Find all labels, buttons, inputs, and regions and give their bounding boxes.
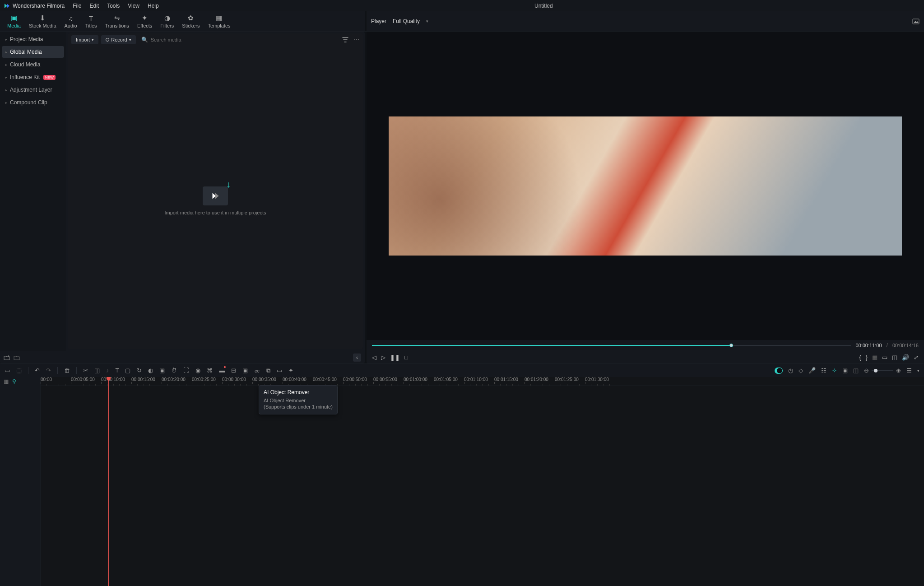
sidebar-item-influence-kit[interactable]: ▸Influence KitNEW — [2, 71, 64, 83]
mic-tool-icon[interactable]: 🎤 — [808, 367, 816, 374]
tab-effects[interactable]: ✦ Effects — [137, 14, 152, 28]
mark-in-button[interactable]: { — [859, 354, 861, 361]
zoom-control[interactable]: ⊖ ⊕ — [864, 367, 901, 374]
copy-tool-icon[interactable]: ⧉ — [266, 367, 270, 374]
preview-scrubber[interactable]: 00:00:11:00 / 00:00:14:16 — [367, 340, 924, 351]
timeline[interactable]: ▥ ⚲ 00:0000:00:05:0000:00:10:0000:00:15:… — [0, 377, 924, 586]
ai-toggle[interactable] — [775, 367, 783, 374]
search-input[interactable] — [151, 37, 334, 42]
link-toggle-icon[interactable]: ⚲ — [12, 378, 16, 385]
media-panel: ▸Project Media ▸Global Media ▸Cloud Medi… — [0, 32, 365, 363]
aspect-tool-icon[interactable]: ▢ — [125, 367, 130, 374]
fullscreen-button[interactable]: ⤢ — [914, 354, 919, 361]
new-folder-button[interactable] — [4, 355, 10, 360]
group-tool-icon[interactable]: ▣ — [242, 367, 248, 374]
keyframe-tool-icon[interactable]: ◫ — [853, 367, 859, 374]
import-button[interactable]: Import ▾ — [71, 35, 98, 44]
collapse-sidebar-button[interactable]: ‹ — [353, 353, 361, 362]
rotate-tool-icon[interactable]: ↻ — [137, 367, 142, 374]
eye-tool-icon[interactable]: ◉ — [195, 367, 200, 374]
pause-button[interactable]: ❚❚ — [390, 354, 400, 361]
delete-button[interactable]: 🗑 — [64, 367, 70, 374]
marker-tool-icon[interactable]: ◇ — [799, 367, 803, 374]
play-button[interactable]: ▷ — [381, 354, 385, 361]
select-tool-icon[interactable]: ▭ — [5, 367, 10, 374]
ruler-tick: 00:00:45:00 — [313, 377, 337, 382]
grid-button[interactable]: ▦ — [872, 354, 878, 361]
volume-icon[interactable]: 🔊 — [902, 354, 909, 361]
zoom-in-icon[interactable]: ⊕ — [896, 367, 901, 374]
redo-button[interactable]: ↷ — [46, 367, 51, 374]
menu-edit[interactable]: Edit — [90, 3, 99, 9]
tab-transitions[interactable]: ⇋ Transitions — [105, 14, 129, 28]
expand-tool-icon[interactable]: ⛶ — [183, 367, 189, 374]
chevron-down-icon: ▾ — [92, 37, 94, 42]
ai-object-remover-button[interactable]: ✦ — [288, 367, 293, 374]
zoom-out-icon[interactable]: ⊖ — [864, 367, 869, 374]
ai-effect-icon[interactable]: ✧ — [832, 367, 837, 374]
folder-button[interactable] — [14, 355, 20, 360]
view-mode-icon[interactable]: ☰ — [906, 367, 912, 374]
sidebar-item-adjustment-layer[interactable]: ▸Adjustment Layer — [2, 84, 64, 96]
music-tool-icon[interactable]: ♪ — [106, 367, 109, 374]
more-options-button[interactable]: ⋯ — [354, 37, 359, 43]
prev-frame-button[interactable]: ◁ — [372, 354, 376, 361]
tab-filters[interactable]: ◑ Filters — [160, 14, 174, 28]
render-tool-icon[interactable]: ▬ — [219, 367, 225, 374]
tab-titles[interactable]: T Titles — [85, 14, 97, 28]
menu-tools[interactable]: Tools — [107, 3, 120, 9]
undo-button[interactable]: ↶ — [35, 367, 40, 374]
tab-templates[interactable]: ▦ Templates — [208, 14, 230, 28]
tab-stock-media[interactable]: ⬇ Stock Media — [29, 14, 56, 28]
zoom-head[interactable] — [874, 369, 878, 372]
snapshot-icon[interactable]: ◫ — [892, 354, 897, 361]
sidebar-item-compound-clip[interactable]: ▸Compound Clip — [2, 97, 64, 108]
subtitle-tool-icon[interactable]: ㏄ — [254, 367, 260, 375]
picture-tool-icon[interactable]: ▣ — [842, 367, 848, 374]
split-button[interactable]: ✂ — [83, 367, 88, 374]
timer-tool-icon[interactable]: ⏱ — [171, 367, 177, 374]
tab-audio[interactable]: ♫ Audio — [65, 14, 77, 28]
sidebar-item-project-media[interactable]: ▸Project Media — [2, 33, 64, 45]
playhead[interactable] — [108, 377, 109, 586]
trim-tool-icon[interactable]: ⊟ — [231, 367, 236, 374]
view-dropdown-icon[interactable]: ▾ — [917, 368, 919, 373]
audio-note-icon: ♫ — [67, 14, 75, 22]
freeze-tool-icon[interactable]: ▭ — [277, 367, 282, 374]
sidebar-item-cloud-media[interactable]: ▸Cloud Media — [2, 59, 64, 70]
mixer-tool-icon[interactable]: ☷ — [821, 367, 826, 374]
lasso-tool-icon[interactable]: ⬚ — [16, 367, 22, 374]
tab-media[interactable]: ▣ Media — [7, 14, 21, 28]
scrub-head[interactable] — [729, 344, 733, 347]
speed-tool-icon[interactable]: ◷ — [788, 367, 793, 374]
filmora-logo-icon — [211, 192, 219, 200]
mark-out-button[interactable]: } — [866, 354, 868, 361]
menu-file[interactable]: File — [73, 3, 81, 9]
ruler-tick: 00:01:15:00 — [494, 377, 518, 382]
quality-dropdown[interactable]: Full Quality ▾ — [393, 18, 428, 24]
timeline-canvas[interactable]: 00:0000:00:05:0000:00:10:0000:00:15:0000… — [41, 377, 924, 586]
chevron-right-icon: ▸ — [5, 63, 7, 67]
ruler-tick: 00:00:25:00 — [192, 377, 216, 382]
tab-stickers[interactable]: ✿ Stickers — [182, 14, 200, 28]
screen-tool-icon[interactable]: ▣ — [159, 367, 165, 374]
link-tool-icon[interactable]: ⌘ — [207, 367, 213, 374]
menubar: Wondershare Filmora File Edit Tools View… — [0, 0, 924, 11]
menu-help[interactable]: Help — [148, 3, 159, 9]
menu-view[interactable]: View — [128, 3, 139, 9]
sidebar-item-global-media[interactable]: ▸Global Media — [2, 46, 64, 58]
snapshot-button[interactable] — [912, 18, 919, 24]
media-search[interactable]: 🔍 — [139, 37, 337, 43]
timeline-ruler[interactable]: 00:0000:00:05:0000:00:10:0000:00:15:0000… — [41, 377, 924, 386]
record-button[interactable]: Record ▾ — [101, 35, 135, 44]
preview-viewport[interactable] — [367, 32, 924, 340]
display-button[interactable]: ▭ — [882, 354, 887, 361]
text-tool-icon[interactable]: T — [116, 367, 119, 374]
media-empty-state[interactable]: ↓ Import media here to use it in multipl… — [68, 46, 363, 349]
filter-list-button[interactable] — [342, 37, 348, 42]
color-tool-icon[interactable]: ◐ — [148, 367, 153, 374]
stop-button[interactable]: □ — [404, 354, 408, 361]
project-title: Untitled — [534, 3, 553, 9]
crop-button[interactable]: ◫ — [94, 367, 100, 374]
timeline-bin-icon[interactable]: ▥ — [4, 378, 9, 385]
